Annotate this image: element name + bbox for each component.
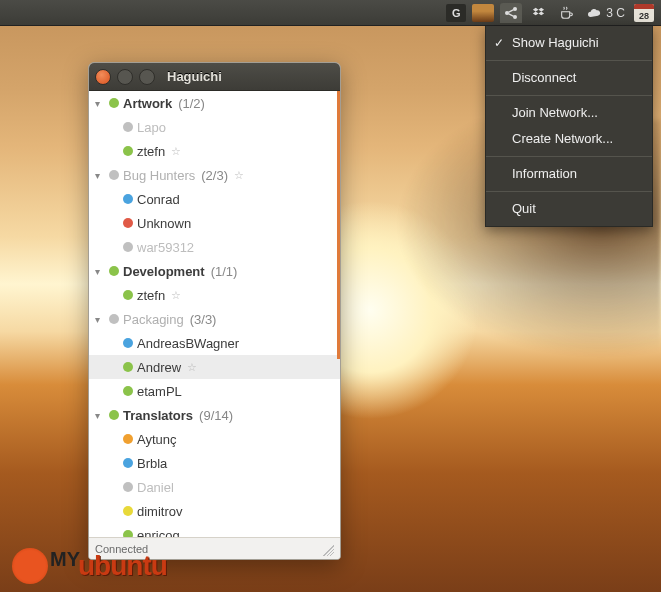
member-name: Conrad bbox=[137, 192, 180, 207]
status-dot-icon bbox=[123, 194, 133, 204]
network-member[interactable]: etamPL bbox=[89, 379, 340, 403]
status-dot-icon bbox=[109, 314, 119, 324]
network-member[interactable]: ztefn ☆ bbox=[89, 283, 340, 307]
member-name: Lapo bbox=[137, 120, 166, 135]
group-name: Artwork bbox=[123, 96, 172, 111]
member-name: enricog bbox=[137, 528, 180, 538]
group-count: (1/1) bbox=[211, 264, 238, 279]
calendar-icon: 28 bbox=[634, 4, 654, 22]
network-tree[interactable]: ▾ Artwork (1/2) Lapo ztefn ☆ ▾ Bug Hunte… bbox=[89, 91, 340, 537]
menu-information[interactable]: Information bbox=[486, 161, 652, 187]
network-member[interactable]: enricog bbox=[89, 523, 340, 537]
network-member[interactable]: Conrad bbox=[89, 187, 340, 211]
star-icon: ☆ bbox=[171, 145, 181, 158]
menu-create-network[interactable]: Create Network... bbox=[486, 126, 652, 152]
weather-temp: 3 C bbox=[606, 6, 625, 20]
member-name: Aytunç bbox=[137, 432, 177, 447]
star-icon: ☆ bbox=[187, 361, 197, 374]
calendar-indicator[interactable]: 28 bbox=[633, 3, 655, 23]
status-dot-icon bbox=[123, 434, 133, 444]
menu-join-network[interactable]: Join Network... bbox=[486, 100, 652, 126]
star-icon: ☆ bbox=[171, 289, 181, 302]
network-member[interactable]: Unknown bbox=[89, 211, 340, 235]
group-name: Bug Hunters bbox=[123, 168, 195, 183]
network-group[interactable]: ▾ Bug Hunters (2/3) ☆ bbox=[89, 163, 340, 187]
menu-separator bbox=[486, 95, 652, 96]
dropbox-indicator-icon[interactable] bbox=[528, 3, 550, 23]
status-dot-icon bbox=[109, 410, 119, 420]
status-dot-icon bbox=[123, 338, 133, 348]
group-name: Packaging bbox=[123, 312, 184, 327]
member-name: Andrew bbox=[137, 360, 181, 375]
status-dot-icon bbox=[109, 98, 119, 108]
expand-icon: ▾ bbox=[95, 314, 105, 325]
status-dot-icon bbox=[123, 386, 133, 396]
status-dot-icon bbox=[123, 482, 133, 492]
cloud-icon bbox=[586, 5, 602, 21]
expand-icon: ▾ bbox=[95, 98, 105, 109]
expand-icon: ▾ bbox=[95, 170, 105, 181]
group-name: Development bbox=[123, 264, 205, 279]
status-dot-icon bbox=[123, 218, 133, 228]
menu-separator bbox=[486, 191, 652, 192]
haguichi-window: Haguichi ▾ Artwork (1/2) Lapo ztefn ☆ ▾ … bbox=[88, 62, 341, 560]
network-member[interactable]: AndreasBWagner bbox=[89, 331, 340, 355]
member-name: Brbla bbox=[137, 456, 167, 471]
network-member[interactable]: Aytunç bbox=[89, 427, 340, 451]
network-group[interactable]: ▾ Artwork (1/2) bbox=[89, 91, 340, 115]
network-member[interactable]: ztefn ☆ bbox=[89, 139, 340, 163]
status-dot-icon bbox=[123, 458, 133, 468]
status-dot-icon bbox=[123, 242, 133, 252]
scrollbar-thumb[interactable] bbox=[337, 91, 340, 359]
weather-indicator[interactable]: 3 C bbox=[584, 5, 627, 21]
network-group[interactable]: ▾ Translators (9/14) bbox=[89, 403, 340, 427]
status-text: Connected bbox=[95, 543, 148, 555]
member-name: dimitrov bbox=[137, 504, 183, 519]
network-member[interactable]: Andrew ☆ bbox=[89, 355, 340, 379]
member-name: ztefn bbox=[137, 288, 165, 303]
resize-grip-icon[interactable] bbox=[320, 542, 334, 556]
status-dot-icon bbox=[109, 170, 119, 180]
watermark-prefix: MY bbox=[50, 548, 80, 571]
network-member[interactable]: Lapo bbox=[89, 115, 340, 139]
member-name: war59312 bbox=[137, 240, 194, 255]
window-close-button[interactable] bbox=[95, 69, 111, 85]
status-dot-icon bbox=[123, 530, 133, 537]
menu-disconnect[interactable]: Disconnect bbox=[486, 65, 652, 91]
status-dot-icon bbox=[123, 362, 133, 372]
workspace-preview[interactable] bbox=[472, 3, 494, 23]
haguichi-indicator-icon[interactable] bbox=[500, 3, 522, 23]
network-member[interactable]: war59312 bbox=[89, 235, 340, 259]
network-group[interactable]: ▾ Development (1/1) bbox=[89, 259, 340, 283]
status-bar: Connected bbox=[89, 537, 340, 559]
network-member[interactable]: Brbla bbox=[89, 451, 340, 475]
ubuntu-logo-icon bbox=[12, 548, 48, 584]
network-group[interactable]: ▾ Packaging (3/3) bbox=[89, 307, 340, 331]
window-maximize-button[interactable] bbox=[139, 69, 155, 85]
member-name: etamPL bbox=[137, 384, 182, 399]
expand-icon: ▾ bbox=[95, 410, 105, 421]
menu-show-haguichi[interactable]: Show Haguichi bbox=[486, 30, 652, 56]
network-member[interactable]: Daniel bbox=[89, 475, 340, 499]
window-minimize-button[interactable] bbox=[117, 69, 133, 85]
menu-separator bbox=[486, 156, 652, 157]
window-title: Haguichi bbox=[167, 69, 222, 84]
window-titlebar[interactable]: Haguichi bbox=[89, 63, 340, 91]
menu-separator bbox=[486, 60, 652, 61]
group-count: (3/3) bbox=[190, 312, 217, 327]
status-dot-icon bbox=[123, 146, 133, 156]
star-icon: ☆ bbox=[234, 169, 244, 182]
member-name: Daniel bbox=[137, 480, 174, 495]
haguichi-indicator-menu: Show Haguichi Disconnect Join Network...… bbox=[485, 26, 653, 227]
g-indicator[interactable]: G bbox=[446, 4, 466, 22]
group-count: (1/2) bbox=[178, 96, 205, 111]
group-count: (9/14) bbox=[199, 408, 233, 423]
status-dot-icon bbox=[123, 506, 133, 516]
member-name: Unknown bbox=[137, 216, 191, 231]
expand-icon: ▾ bbox=[95, 266, 105, 277]
menu-quit[interactable]: Quit bbox=[486, 196, 652, 222]
caffeine-indicator-icon[interactable] bbox=[556, 3, 578, 23]
group-count: (2/3) bbox=[201, 168, 228, 183]
network-member[interactable]: dimitrov bbox=[89, 499, 340, 523]
member-name: ztefn bbox=[137, 144, 165, 159]
